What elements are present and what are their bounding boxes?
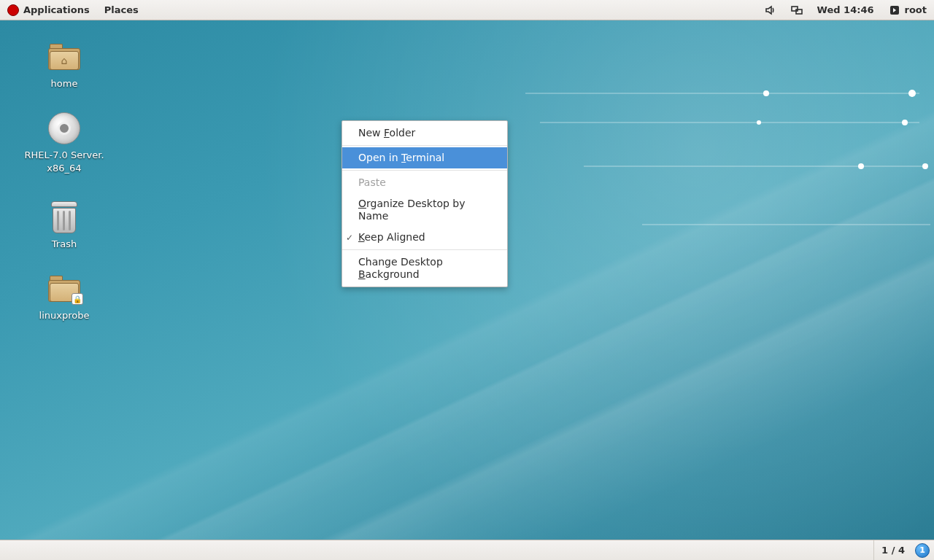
svg-point-11 — [858, 163, 864, 169]
power-icon — [889, 4, 900, 16]
clock-label: Wed 14:46 — [817, 4, 874, 15]
svg-point-12 — [922, 163, 928, 169]
menu-item-paste: Paste — [342, 172, 507, 193]
volume-icon — [765, 4, 776, 16]
panel-right: Wed 14:46 root — [757, 0, 934, 20]
top-panel: Applications Places Wed 14:46 root — [0, 0, 934, 20]
desktop-icon-label: home — [17, 77, 112, 90]
desktop-context-menu: New Folder Open in Terminal Paste Organi… — [341, 120, 508, 287]
trash-icon — [47, 200, 82, 235]
desktop[interactable]: ⌂ home RHEL-7.0 Server. x86_64 Trash 🔒 l… — [0, 20, 934, 540]
volume-indicator[interactable] — [757, 0, 784, 20]
menu-text: Keep Aligned — [358, 231, 425, 243]
svg-point-9 — [757, 120, 761, 125]
desktop-icon-home[interactable]: ⌂ home — [17, 39, 112, 90]
checkmark-icon: ✓ — [346, 232, 353, 244]
menu-text: Organize Desktop by Name — [358, 198, 466, 222]
wallpaper-decoration — [496, 50, 934, 341]
places-label: Places — [104, 4, 139, 15]
menu-text: Change Desktop Background — [358, 256, 443, 280]
clock[interactable]: Wed 14:46 — [810, 0, 881, 20]
locked-folder-icon: 🔒 — [47, 271, 82, 306]
menu-item-organize[interactable]: Organize Desktop by Name — [342, 193, 507, 227]
network-indicator[interactable] — [784, 0, 810, 20]
panel-left: Applications Places — [0, 0, 146, 20]
menu-separator — [342, 170, 507, 171]
svg-point-7 — [763, 90, 769, 96]
menu-item-keep-aligned[interactable]: ✓ Keep Aligned — [342, 227, 507, 248]
menu-text: Paste — [358, 176, 386, 188]
user-menu[interactable]: root — [881, 0, 935, 20]
desktop-icon-disc[interactable]: RHEL-7.0 Server. x86_64 — [17, 111, 112, 174]
menu-item-new-folder[interactable]: New Folder — [342, 122, 507, 144]
user-label: root — [905, 4, 927, 15]
desktop-icon-label: Trash — [17, 238, 112, 251]
redhat-logo-icon — [7, 4, 19, 16]
svg-point-10 — [902, 120, 908, 125]
desktop-icon-trash[interactable]: Trash — [17, 200, 112, 251]
applications-menu[interactable]: Applications — [0, 0, 97, 20]
dvd-disc-icon — [47, 111, 82, 146]
home-folder-icon: ⌂ — [47, 39, 82, 74]
workspace-label: 1 / 4 — [881, 545, 905, 556]
workspace-switcher[interactable]: 1 / 4 — [873, 540, 912, 560]
orb-number: 1 — [919, 545, 925, 555]
svg-point-8 — [908, 90, 916, 97]
menu-separator — [342, 249, 507, 250]
desktop-icon-linuxprobe[interactable]: 🔒 linuxprobe — [17, 271, 112, 322]
svg-rect-0 — [792, 7, 798, 11]
svg-rect-1 — [796, 9, 802, 14]
places-menu[interactable]: Places — [97, 0, 146, 20]
menu-text: Open in Terminal — [358, 152, 444, 163]
desktop-icon-label: RHEL-7.0 Server. x86_64 — [17, 149, 112, 174]
desktop-icon-label: linuxprobe — [17, 309, 112, 322]
network-icon — [791, 4, 803, 16]
applications-label: Applications — [23, 4, 90, 15]
menu-item-open-terminal[interactable]: Open in Terminal — [342, 147, 507, 168]
menu-text: New Folder — [358, 127, 415, 139]
menu-separator — [342, 145, 507, 146]
bottom-panel: 1 / 4 1 — [0, 540, 934, 560]
menu-item-change-background[interactable]: Change Desktop Background — [342, 252, 507, 285]
notification-orb-icon[interactable]: 1 — [915, 543, 930, 558]
